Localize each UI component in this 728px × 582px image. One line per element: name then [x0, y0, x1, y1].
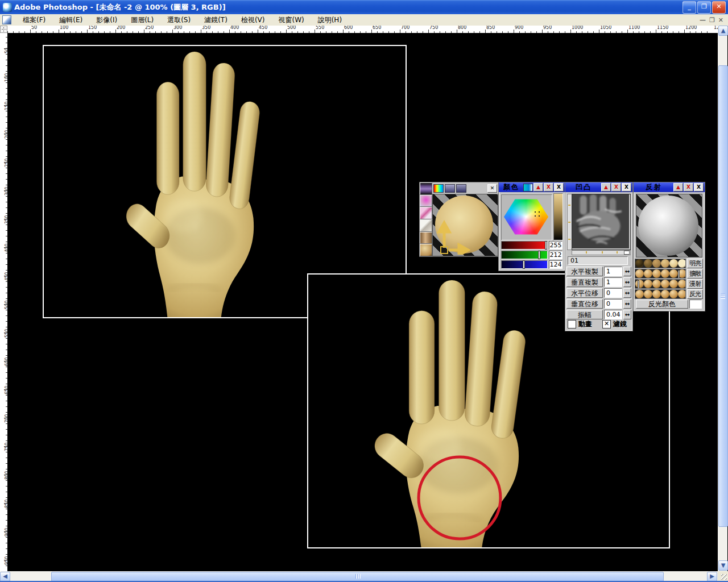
sphere-slider[interactable] — [635, 259, 686, 268]
collapse-icon[interactable]: ▲ — [673, 183, 683, 192]
spinner-icon[interactable]: ↔ — [623, 267, 631, 276]
blue-value[interactable]: 124 — [549, 260, 562, 269]
slider-marker[interactable] — [638, 280, 639, 289]
blue-slider[interactable] — [501, 260, 548, 269]
scroll-left-icon[interactable]: ◀ — [0, 572, 10, 581]
slider-marker[interactable] — [545, 242, 547, 249]
field-label-3[interactable]: 水平位移 — [566, 288, 603, 298]
menu-window[interactable]: 視窗(W) — [271, 14, 311, 26]
specular-color-button[interactable]: 反光顏色 — [636, 300, 688, 309]
red-slider[interactable] — [501, 241, 548, 250]
close-icon[interactable]: X — [554, 183, 564, 192]
brightness-bar[interactable] — [553, 193, 563, 240]
bump-texture-preview[interactable] — [572, 194, 631, 250]
color-palette-titlebar[interactable]: 顏色 ▲ X X — [499, 182, 565, 192]
spinner-icon[interactable]: ↔ — [623, 299, 631, 309]
sphere-slider[interactable] — [635, 269, 686, 278]
slider-marker[interactable] — [678, 270, 680, 278]
reflect-preview[interactable] — [636, 194, 702, 257]
field-label-5[interactable]: 振幅 — [566, 310, 603, 319]
ruler-horizontal[interactable]: 5010015020025030035040045050055060065070… — [7, 26, 718, 34]
vertical-scrollbar[interactable]: ▲ ▼ — [718, 26, 727, 571]
reflect-param-button[interactable]: 反光 — [687, 289, 703, 299]
funnel-icon[interactable] — [420, 195, 432, 207]
collapse-icon[interactable]: ▲ — [601, 183, 611, 192]
field-label-1[interactable]: 水平複製 — [566, 267, 603, 276]
sphere-slider[interactable] — [635, 279, 686, 289]
color-cursor[interactable] — [535, 211, 540, 217]
green-slider[interactable] — [501, 251, 548, 259]
material-preview[interactable] — [432, 194, 498, 256]
specular-color-swatch[interactable] — [689, 300, 702, 309]
resize-grip[interactable] — [718, 571, 728, 581]
menu-edit[interactable]: 編輯(E) — [52, 14, 89, 26]
slider-marker[interactable] — [523, 261, 524, 268]
red-value[interactable]: 255 — [549, 241, 562, 250]
sphere-slider[interactable] — [635, 289, 686, 299]
bump-texture-name-field[interactable]: 01 — [568, 256, 628, 265]
filmstrip-icon[interactable] — [420, 182, 432, 195]
hue-hexagon-picker[interactable] — [504, 197, 548, 236]
reflect-param-button[interactable]: 擴散 — [687, 269, 703, 278]
horizontal-scrollbar[interactable]: ◀ ▶ — [0, 571, 718, 581]
mdi-close-button[interactable]: ✕ — [718, 16, 723, 24]
bump-horizontal-slider[interactable] — [572, 250, 631, 255]
close-icon[interactable]: ✕ — [487, 184, 497, 193]
slider-marker[interactable] — [539, 251, 540, 259]
reflect-param-button[interactable]: 漫射 — [687, 279, 703, 289]
menu-filter[interactable]: 濾鏡(T) — [197, 14, 234, 26]
menu-help[interactable]: 說明(H) — [311, 14, 349, 26]
minimize-button[interactable]: _ — [682, 1, 696, 14]
restore-button[interactable]: ❐ — [697, 1, 711, 14]
ruler-vertical[interactable]: 5010015020025030035040045050055060065070… — [0, 33, 8, 571]
menu-view[interactable]: 檢視(V) — [234, 14, 272, 26]
slider-thumb[interactable] — [624, 251, 630, 255]
horizontal-scroll-thumb[interactable] — [51, 572, 664, 581]
close-icon[interactable]: X — [622, 183, 631, 192]
field-value-3[interactable]: 0 — [604, 288, 622, 298]
tools-icon[interactable] — [420, 219, 432, 232]
close-button[interactable]: ✕ — [712, 1, 726, 14]
close-red-icon[interactable]: X — [684, 183, 693, 192]
texture-chip-icon[interactable] — [456, 184, 466, 193]
bump-palette-titlebar[interactable]: 凹凸 ▲ X X — [565, 182, 632, 192]
field-value-4[interactable]: 0 — [604, 299, 622, 309]
spinner-icon[interactable]: ↔ — [623, 277, 631, 287]
document-icon[interactable] — [2, 15, 11, 24]
texture-chip-icon[interactable] — [445, 184, 455, 193]
document-canvas[interactable]: ✕ 顏色 ▲ X — [7, 33, 718, 571]
reflect-palette-titlebar[interactable]: 反射 ▲ X X — [634, 182, 705, 192]
scroll-right-icon[interactable]: ▶ — [707, 572, 717, 581]
menu-image[interactable]: 影像(I) — [89, 14, 124, 26]
spinner-icon[interactable]: ↔ — [623, 310, 631, 319]
ruler-origin-box[interactable] — [0, 26, 7, 33]
eraser-icon[interactable] — [420, 207, 432, 219]
green-value[interactable]: 212 — [549, 251, 562, 259]
mdi-minimize-button[interactable]: — — [700, 16, 706, 24]
cylinder-texture-icon[interactable] — [420, 232, 432, 244]
menu-select[interactable]: 選取(S) — [160, 14, 197, 26]
animation-checkbox[interactable] — [568, 320, 576, 329]
mdi-restore-button[interactable]: ❐ — [709, 16, 715, 24]
preview-chip-icon[interactable] — [523, 184, 533, 192]
field-value-5[interactable]: 0.04 — [604, 310, 622, 319]
sphere-texture-icon[interactable] — [420, 244, 432, 256]
close-icon[interactable]: X — [694, 183, 704, 192]
field-label-2[interactable]: 垂直複製 — [566, 277, 603, 287]
collapse-icon[interactable]: ▲ — [533, 183, 543, 192]
material-palette-titlebar[interactable]: ✕ — [432, 182, 498, 194]
spinner-icon[interactable]: ↔ — [623, 288, 631, 298]
field-value-2[interactable]: 1 — [604, 277, 622, 287]
menu-file[interactable]: 檔案(F) — [16, 14, 52, 26]
field-value-1[interactable]: 1 — [604, 267, 622, 276]
menu-layer[interactable]: 圖層(L) — [124, 14, 160, 26]
reflect-param-button[interactable]: 明亮 — [687, 259, 703, 268]
filter-checkbox[interactable]: ✕ — [602, 320, 611, 329]
gradient-chip-icon[interactable] — [433, 184, 444, 193]
scroll-up-icon[interactable]: ▲ — [718, 26, 728, 36]
close-red-icon[interactable]: X — [544, 183, 553, 192]
vertical-scroll-thumb[interactable] — [718, 65, 728, 527]
field-label-4[interactable]: 垂直位移 — [566, 299, 603, 309]
axis-arrows-icon[interactable] — [435, 218, 470, 255]
close-red-icon[interactable]: X — [611, 183, 621, 192]
